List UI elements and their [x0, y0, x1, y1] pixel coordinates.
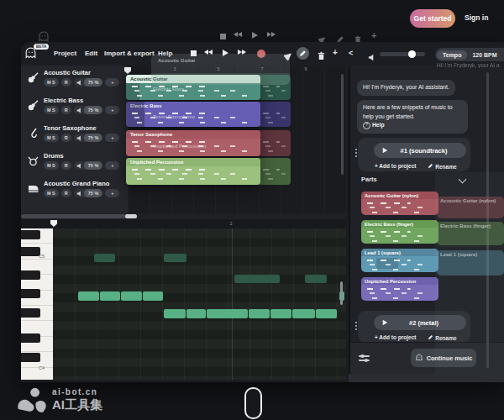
- midi-note[interactable]: [143, 291, 163, 301]
- help-icon: ?: [363, 122, 370, 129]
- hscroll-handle[interactable]: [125, 214, 137, 218]
- black-key[interactable]: [21, 289, 40, 298]
- piano-roll-scrollbar[interactable]: [340, 281, 343, 305]
- midi-note[interactable]: [234, 275, 280, 283]
- volume-control[interactable]: 75 %: [74, 78, 103, 87]
- track-options-button[interactable]: +: [105, 134, 119, 142]
- midi-note[interactable]: [249, 309, 270, 318]
- black-key[interactable]: [21, 333, 40, 343]
- record-arm-button[interactable]: R: [61, 134, 71, 142]
- midi-note[interactable]: [164, 309, 186, 318]
- record-arm-button[interactable]: R: [61, 161, 71, 170]
- preview-clip-sax[interactable]: Tenor Saxophone Unpitched Percussion: [126, 130, 260, 156]
- part-label: Electric Bass (finger): [361, 220, 438, 228]
- volume-slider[interactable]: [380, 52, 425, 56]
- midi-note[interactable]: [121, 291, 142, 301]
- add-to-project-button[interactable]: + Add to project: [375, 163, 416, 170]
- midi-note[interactable]: [100, 291, 120, 301]
- ghost-plus-icon: +: [371, 30, 376, 40]
- speaker-icon: [76, 163, 82, 169]
- add-to-project-button[interactable]: + Add to project: [375, 334, 416, 341]
- mute-solo-button[interactable]: M S: [44, 78, 59, 87]
- track-row[interactable]: Drums M S R 75 % +: [21, 149, 128, 176]
- arrangement-clip-sax[interactable]: [257, 130, 291, 156]
- record-arm-button[interactable]: R: [61, 189, 71, 197]
- mute-solo-button[interactable]: M S: [44, 189, 59, 197]
- drums-icon: [27, 155, 39, 167]
- snippet-card-1[interactable]: #1 (soundtrack) + Add to project Rename: [358, 138, 470, 171]
- track-options-button[interactable]: +: [105, 189, 119, 197]
- mute-solo-button[interactable]: M S: [44, 161, 59, 170]
- volume-control[interactable]: 75 %: [74, 189, 103, 197]
- horizontal-scrollbar[interactable]: [21, 213, 346, 219]
- midi-note[interactable]: [186, 309, 206, 318]
- volume-control[interactable]: 75 %: [74, 106, 103, 114]
- arrangement-clip-bass[interactable]: [257, 102, 291, 127]
- midi-note[interactable]: [207, 309, 248, 318]
- hscroll-thumb[interactable]: [21, 214, 137, 218]
- tempo-control[interactable]: Tempo 120 BPM: [435, 48, 504, 61]
- track-row[interactable]: Acoustic Grand Piano M S R 75 % +: [21, 176, 128, 204]
- collapse-tool-button[interactable]: <: [349, 49, 353, 57]
- track-row[interactable]: Tenor Saxophone M S R 75 % +: [21, 121, 128, 149]
- volume-control[interactable]: 75 %: [74, 161, 103, 170]
- ghost-part-bar: Lead 1 (square): [437, 250, 504, 276]
- get-started-button[interactable]: Get started: [410, 9, 455, 28]
- track-options-button[interactable]: +: [105, 161, 119, 170]
- part-bar-guitar[interactable]: Acoustic Guitar (nylon): [361, 192, 438, 215]
- snippet-title: #1 (soundtrack): [388, 147, 459, 155]
- bar-number: 9: [304, 66, 307, 71]
- piano-roll-grid[interactable]: [53, 228, 346, 380]
- volume-slider-knob[interactable]: [408, 50, 416, 58]
- track-row[interactable]: Electric Bass M S R 75 % +: [21, 93, 128, 121]
- ghost-part-bar: Electric Bass (finger): [437, 222, 504, 245]
- mute-solo-button[interactable]: M S: [44, 106, 59, 114]
- track-options-button[interactable]: +: [105, 78, 119, 87]
- menu-edit[interactable]: Edit: [85, 50, 97, 57]
- rename-button[interactable]: Rename: [428, 163, 456, 170]
- record-arm-button[interactable]: R: [61, 106, 71, 114]
- midi-note[interactable]: [292, 309, 315, 318]
- preview-clip-bass[interactable]: Electric Bass Tenor Saxophone: [126, 102, 260, 127]
- piano-roll-ruler[interactable]: 2: [21, 219, 346, 228]
- record-arm-button[interactable]: R: [61, 78, 71, 87]
- black-key[interactable]: [21, 308, 40, 318]
- part-bar-lead[interactable]: Lead 1 (square): [361, 249, 438, 272]
- add-tool-button[interactable]: +: [333, 48, 338, 57]
- piano-keyboard[interactable]: C5 C4: [21, 228, 53, 380]
- black-key[interactable]: [21, 247, 40, 256]
- sign-in-link[interactable]: Sign in: [465, 13, 488, 22]
- pencil-tool-button[interactable]: [297, 47, 309, 60]
- volume-control[interactable]: 75 %: [74, 134, 103, 142]
- black-key[interactable]: [21, 230, 40, 239]
- snippet-drag-preview[interactable]: Acoustic Guitar Electric Bass Electric B…: [126, 75, 260, 185]
- settings-sliders-icon[interactable]: [359, 353, 370, 364]
- preview-clip-percussion[interactable]: Unpitched Percussion: [126, 158, 260, 185]
- black-key[interactable]: [21, 353, 40, 362]
- beta-badge: BETA: [34, 44, 49, 50]
- menu-import-export[interactable]: Import & export: [104, 50, 155, 57]
- midi-note[interactable]: [270, 309, 291, 318]
- key-label-c5: C5: [39, 254, 45, 259]
- help-link[interactable]: ? Help: [363, 122, 385, 128]
- volume-icon[interactable]: [368, 50, 375, 65]
- midi-note[interactable]: [316, 309, 337, 318]
- part-bar-bass[interactable]: Electric Bass (finger): [361, 220, 438, 244]
- track-row[interactable]: Acoustic Guitar M S R 75 % +: [21, 66, 128, 93]
- part-bar-percussion[interactable]: Unpitched Percussion: [361, 277, 438, 301]
- midi-note[interactable]: [305, 275, 327, 283]
- panel-bottom-strip: [349, 374, 504, 382]
- black-key[interactable]: [21, 270, 40, 280]
- track-options-button[interactable]: +: [105, 106, 119, 114]
- track-name: Tenor Saxophone: [44, 124, 97, 132]
- parts-section-label[interactable]: Parts: [361, 176, 377, 183]
- trash-tool-button[interactable]: [317, 49, 326, 64]
- snippet-play-button[interactable]: #1 (soundtrack): [374, 143, 466, 158]
- arrangement-scrollbar[interactable]: [341, 74, 344, 175]
- midi-note[interactable]: [164, 254, 186, 262]
- menu-project[interactable]: Project: [54, 50, 76, 57]
- arrangement-clip-percussion[interactable]: [257, 158, 291, 185]
- midi-note[interactable]: [94, 254, 115, 262]
- mute-solo-button[interactable]: M S: [44, 134, 59, 142]
- midi-note[interactable]: [78, 291, 99, 301]
